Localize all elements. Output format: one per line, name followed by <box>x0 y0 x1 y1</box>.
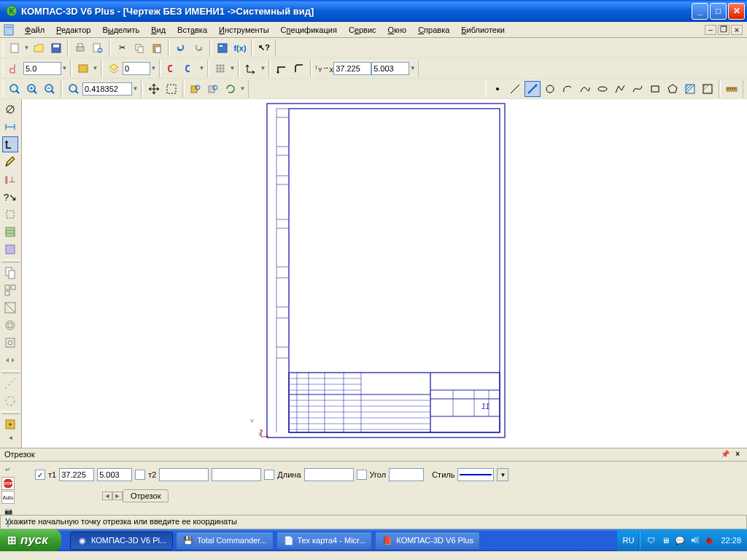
snap-ellipse-button[interactable] <box>595 81 611 97</box>
redo-button[interactable] <box>190 40 206 56</box>
prop-tab-prev-button[interactable]: ◄ <box>102 491 112 500</box>
zoom-in-button[interactable] <box>24 81 40 97</box>
new-button[interactable] <box>7 40 23 56</box>
snap-off-button[interactable] <box>182 61 198 77</box>
aux-circle-tool[interactable] <box>2 393 18 409</box>
menu-libs[interactable]: Библиотеки <box>455 24 511 36</box>
print-preview-button[interactable] <box>90 40 106 56</box>
menu-insert[interactable]: Вставка <box>171 24 213 36</box>
properties-button[interactable] <box>214 40 231 56</box>
assoc-section-tool[interactable] <box>2 300 18 316</box>
help-pointer-button[interactable]: ↖? <box>256 40 272 56</box>
length-lock-checkbox[interactable] <box>264 470 274 480</box>
layer-dropdown[interactable]: ▼ <box>150 65 157 71</box>
cut-button[interactable]: ✂ <box>114 40 130 56</box>
undo-button[interactable] <box>173 40 189 56</box>
open-button[interactable] <box>31 40 47 56</box>
menu-file[interactable]: ФФайлайл <box>19 24 50 36</box>
step-button[interactable] <box>7 61 23 77</box>
drawing-canvas[interactable]: Y X <box>22 99 747 448</box>
snap-point-button[interactable] <box>489 81 506 97</box>
geometry-tool[interactable] <box>2 101 18 117</box>
grid-dropdown[interactable]: ▼ <box>229 65 236 71</box>
snap-bezier-button[interactable] <box>630 81 646 97</box>
tray-chat-icon[interactable]: 💬 <box>674 534 686 546</box>
coord-x-input[interactable] <box>333 62 371 75</box>
ortho-button[interactable] <box>274 61 290 77</box>
parametric-tool[interactable]: ∥⊥ <box>2 171 18 187</box>
property-panel-pin-icon[interactable]: 📌 <box>718 450 732 459</box>
menu-select[interactable]: Выделить <box>96 24 145 36</box>
tray-volume-icon[interactable]: 🕬 <box>689 534 700 546</box>
snap-segment-button[interactable] <box>525 81 541 97</box>
state-button[interactable] <box>75 61 91 77</box>
state-dropdown[interactable]: ▼ <box>92 65 98 71</box>
snap-spline-button[interactable] <box>577 81 593 97</box>
tray-network-icon[interactable]: 🖥 <box>659 534 671 546</box>
start-button[interactable]: пуск <box>0 529 61 551</box>
prop-camera-button[interactable]: 📷 <box>1 505 15 518</box>
mdi-minimize-button[interactable]: – <box>705 25 716 35</box>
menu-editor[interactable]: Редактор <box>50 24 96 36</box>
snap-hatch-button[interactable] <box>682 81 698 97</box>
report-tool[interactable] <box>2 241 18 257</box>
snap-line-button[interactable] <box>507 81 523 97</box>
measure-tool[interactable]: ?↘ <box>2 189 18 205</box>
symbols-tool[interactable] <box>2 136 18 152</box>
maximize-button[interactable]: □ <box>710 3 727 20</box>
assoc-page-tool[interactable] <box>2 265 18 281</box>
zoom-dropdown[interactable]: ▼ <box>132 85 139 92</box>
local-cs-dropdown[interactable]: ▼ <box>260 65 266 71</box>
select-tool[interactable] <box>2 206 18 222</box>
measure-button[interactable] <box>724 81 740 97</box>
tray-shield-icon[interactable]: 🛡 <box>645 534 657 546</box>
menu-tools[interactable]: Инструменты <box>213 24 275 36</box>
step-dropdown[interactable]: ▼ <box>61 65 68 71</box>
point1-lock-checkbox[interactable] <box>35 470 45 480</box>
prop-enter-button[interactable]: ↵ <box>1 463 15 476</box>
variables-button[interactable]: f(x) <box>232 40 248 56</box>
zoom-fit-button[interactable] <box>7 81 23 97</box>
menu-service[interactable]: Сервис <box>343 24 382 36</box>
paste-button[interactable] <box>149 40 165 56</box>
menu-view[interactable]: Вид <box>145 24 171 36</box>
prop-tab-next-button[interactable]: ► <box>112 491 123 500</box>
assoc-break-tool[interactable] <box>2 352 18 368</box>
aux-line-tool[interactable] <box>2 376 18 392</box>
round-button[interactable] <box>291 61 307 77</box>
minimize-button[interactable]: _ <box>692 3 708 20</box>
grid-button[interactable] <box>212 61 228 77</box>
angle-input[interactable] <box>389 468 424 481</box>
coord-y-input[interactable] <box>371 62 409 75</box>
snap-polyline-button[interactable] <box>612 81 628 97</box>
layer-input[interactable] <box>123 62 150 75</box>
snap-circle-button[interactable] <box>542 81 558 97</box>
zoom-input[interactable] <box>82 82 132 96</box>
taskbar-task-kompas1[interactable]: ◉КОМПАС-3D V6 Pl... <box>70 532 173 550</box>
coord-dropdown[interactable]: ▼ <box>409 65 416 71</box>
menu-window[interactable]: Окно <box>382 24 413 36</box>
taskbar-task-word[interactable]: 📄Тех карта4 - Micr... <box>276 532 373 550</box>
prop-stop-button[interactable]: STOP <box>1 477 15 490</box>
insert-fragment-tool[interactable] <box>2 416 18 432</box>
menu-help[interactable]: Справка <box>412 24 455 36</box>
snap-polygon-button[interactable] <box>665 81 681 97</box>
pan-button[interactable] <box>146 81 162 97</box>
redraw-button[interactable] <box>222 81 239 97</box>
save-button[interactable] <box>48 40 64 56</box>
spec-tool[interactable] <box>2 224 18 240</box>
prop-auto-button[interactable]: Auto <box>1 491 15 504</box>
tray-clock[interactable]: 22:28 <box>721 536 741 545</box>
mdi-restore-button[interactable]: ❐ <box>718 25 729 35</box>
point1-x-input[interactable] <box>59 468 94 481</box>
edit-tool[interactable] <box>2 154 18 170</box>
zoom-window-button[interactable] <box>163 81 179 97</box>
assoc-views-tool[interactable] <box>2 282 18 298</box>
assoc-detail-tool[interactable] <box>2 317 18 333</box>
zoom-out-button[interactable] <box>42 81 58 97</box>
taskbar-task-kompas2[interactable]: 📕КОМПАС-3D V6 Plus <box>375 532 480 550</box>
point1-y-input[interactable] <box>97 468 132 481</box>
vertical-toolbar-expand[interactable]: ◄ <box>1 435 20 441</box>
view-next-button[interactable] <box>205 81 221 97</box>
menu-spec[interactable]: Спецификация <box>275 24 343 36</box>
